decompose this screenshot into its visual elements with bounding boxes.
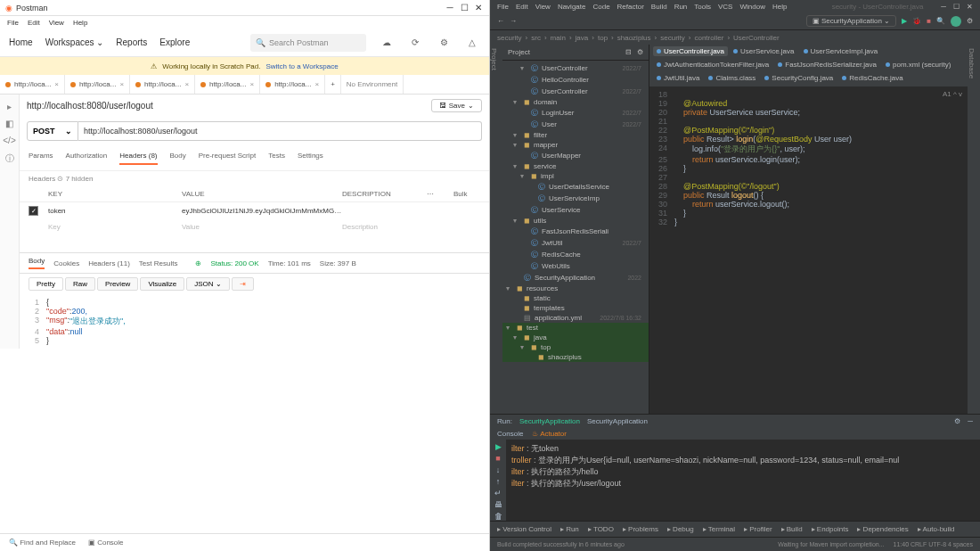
save-button[interactable]: 🖫Save⌄ bbox=[431, 99, 482, 112]
problems-indicator[interactable]: A1 ^ v bbox=[943, 90, 962, 98]
tree-item[interactable]: ▾◼top bbox=[502, 342, 649, 352]
collapse-icon[interactable]: ⊟ bbox=[625, 48, 632, 56]
editor-tab[interactable]: SecurityConfig.java bbox=[761, 73, 837, 83]
run-tab-console[interactable]: Console bbox=[497, 430, 523, 438]
info-icon[interactable]: ⓘ bbox=[5, 152, 14, 165]
environment-selector[interactable]: No Environment bbox=[341, 75, 404, 94]
search-icon[interactable]: 🔍 bbox=[936, 17, 945, 25]
minimize-icon[interactable]: ─ bbox=[968, 417, 973, 425]
menu-view[interactable]: View bbox=[535, 3, 551, 11]
header-desc-placeholder[interactable]: Description bbox=[342, 223, 480, 231]
console-button[interactable]: ▣ Console bbox=[88, 539, 124, 547]
run-tab-actuator[interactable]: ♨ Actuator bbox=[532, 430, 567, 438]
bottom-tab[interactable]: ▸ Problems bbox=[623, 525, 658, 533]
menu-navigate[interactable]: Navigate bbox=[558, 3, 586, 11]
print-icon[interactable]: 🖶 bbox=[494, 500, 502, 509]
minimize-icon[interactable]: ─ bbox=[445, 3, 455, 12]
resp-tab-tests[interactable]: Test Results bbox=[139, 259, 178, 267]
more-icon[interactable]: ⋯ bbox=[427, 190, 453, 198]
tree-item[interactable]: ⒸUserController2022/7 bbox=[502, 86, 649, 97]
avatar-icon[interactable] bbox=[951, 16, 961, 27]
tree-item[interactable]: ◼shaoziplus bbox=[502, 352, 649, 362]
view-raw[interactable]: Raw bbox=[65, 277, 95, 291]
editor-tab[interactable]: JwtAuthenticationTokenFilter.java bbox=[653, 60, 772, 70]
editor-tab[interactable]: UserService.java bbox=[730, 46, 797, 56]
resp-tab-headers[interactable]: Headers (11) bbox=[88, 259, 130, 267]
find-replace-button[interactable]: 🔍 Find and Replace bbox=[9, 539, 76, 547]
nav-reports[interactable]: Reports bbox=[116, 37, 147, 47]
tree-item[interactable]: ⒸHelloController bbox=[502, 74, 649, 86]
wrap-icon[interactable]: ⇥ bbox=[232, 277, 254, 291]
settings-icon[interactable]: ⚙ bbox=[436, 35, 452, 51]
tree-item[interactable]: ▾◼java bbox=[502, 333, 649, 342]
tree-item[interactable]: ▾◼filter bbox=[502, 130, 649, 140]
gear-icon[interactable]: ⚙ bbox=[967, 17, 973, 25]
bottom-tab[interactable]: ▸ Endpoints bbox=[812, 525, 849, 533]
new-tab-button[interactable]: + bbox=[325, 75, 341, 94]
bottom-tab[interactable]: ▸ Auto-build bbox=[918, 525, 955, 533]
editor-tab[interactable]: RedisCache.java bbox=[838, 73, 906, 83]
close-icon[interactable]: ✕ bbox=[967, 3, 973, 11]
tab-params[interactable]: Params bbox=[29, 152, 53, 165]
project-tool-tab[interactable]: Project bbox=[490, 45, 502, 414]
editor-tab[interactable]: UserController.java bbox=[653, 46, 728, 56]
url-input[interactable] bbox=[78, 121, 482, 141]
request-tab[interactable]: http://loca...× bbox=[65, 75, 130, 94]
menu-edit[interactable]: Edit bbox=[516, 3, 528, 11]
view-visualize[interactable]: Visualize bbox=[140, 277, 184, 291]
tree-item[interactable]: ▾◼resources bbox=[502, 284, 649, 293]
menu-refactor[interactable]: Refactor bbox=[617, 3, 644, 11]
menu-view[interactable]: View bbox=[49, 19, 64, 27]
view-pretty[interactable]: Pretty bbox=[29, 277, 63, 291]
editor-tab[interactable]: pom.xml (security) bbox=[882, 60, 954, 70]
menu-code[interactable]: Code bbox=[592, 3, 609, 11]
bottom-tab[interactable]: ▸ TODO bbox=[588, 525, 614, 533]
tree-item[interactable]: ▾◼test bbox=[502, 323, 649, 333]
tab-close-icon[interactable]: × bbox=[119, 80, 124, 88]
search-input[interactable]: 🔍 Search Postman bbox=[250, 34, 366, 52]
stop-icon[interactable]: ■ bbox=[495, 454, 500, 463]
tree-item[interactable]: ⒸFastJsonRedisSeriali bbox=[502, 226, 649, 237]
tree-item[interactable]: ◼static bbox=[502, 293, 649, 303]
right-tool-tab[interactable]: Database bbox=[968, 45, 980, 414]
tree-item[interactable]: ▾◼domain bbox=[502, 97, 649, 107]
bottom-tab[interactable]: ▸ Profiler bbox=[744, 525, 772, 533]
editor-tab[interactable]: JwtUtil.java bbox=[653, 73, 703, 83]
header-value-placeholder[interactable]: Value bbox=[182, 223, 342, 231]
menu-tools[interactable]: Tools bbox=[694, 3, 711, 11]
invite-icon[interactable]: ☁ bbox=[379, 35, 395, 51]
history-icon[interactable]: ◧ bbox=[5, 119, 13, 128]
maximize-icon[interactable]: ☐ bbox=[953, 3, 960, 11]
bulk-edit-link[interactable]: Bulk bbox=[453, 190, 480, 198]
menu-build[interactable]: Build bbox=[651, 3, 667, 11]
header-key-placeholder[interactable]: Key bbox=[48, 223, 182, 231]
http-method-select[interactable]: POST ⌄ bbox=[27, 121, 78, 141]
lang-select[interactable]: JSON ⌄ bbox=[186, 277, 230, 291]
request-tab[interactable]: http://loca...× bbox=[0, 75, 65, 94]
tree-item[interactable]: ⒸJwtUtil2022/7 bbox=[502, 237, 649, 249]
tab-tests[interactable]: Tests bbox=[268, 152, 285, 165]
tree-item[interactable]: ▾◼service bbox=[502, 161, 649, 171]
close-icon[interactable]: ✕ bbox=[473, 3, 484, 12]
forward-icon[interactable]: → bbox=[510, 17, 517, 25]
request-tab[interactable]: http://loca...× bbox=[195, 75, 260, 94]
bottom-tab[interactable]: ▸ Version Control bbox=[497, 525, 551, 533]
tree-item[interactable]: ▾◼utils bbox=[502, 216, 649, 226]
bottom-tab[interactable]: ▸ Dependencies bbox=[857, 525, 908, 533]
up-icon[interactable]: ↑ bbox=[496, 477, 501, 486]
header-value-input[interactable]: eyJhbGciOiJIUzI1NiJ9.eyJqdGkiOiJmMmMxMGM… bbox=[182, 207, 342, 215]
tab-authorization[interactable]: Authorization bbox=[66, 152, 108, 165]
stop-icon[interactable]: ■ bbox=[927, 17, 931, 25]
trash-icon[interactable]: 🗑 bbox=[494, 512, 502, 521]
menu-run[interactable]: Run bbox=[674, 3, 688, 11]
sync-icon[interactable]: ⟳ bbox=[407, 35, 423, 51]
nav-explore[interactable]: Explore bbox=[159, 37, 190, 47]
code-editor[interactable]: A1 ^ v 1819 @Autowired20 private UserSer… bbox=[649, 86, 968, 414]
bottom-tab[interactable]: ▸ Run bbox=[560, 525, 579, 533]
bottom-tab[interactable]: ▸ Debug bbox=[667, 525, 694, 533]
nav-workspaces[interactable]: Workspaces ⌄ bbox=[45, 37, 104, 47]
tab-close-icon[interactable]: × bbox=[54, 80, 59, 88]
back-icon[interactable]: ← bbox=[497, 17, 504, 25]
tree-item[interactable]: ▾ⒸUserController2022/7 bbox=[502, 62, 649, 74]
nav-home[interactable]: Home bbox=[9, 37, 33, 47]
